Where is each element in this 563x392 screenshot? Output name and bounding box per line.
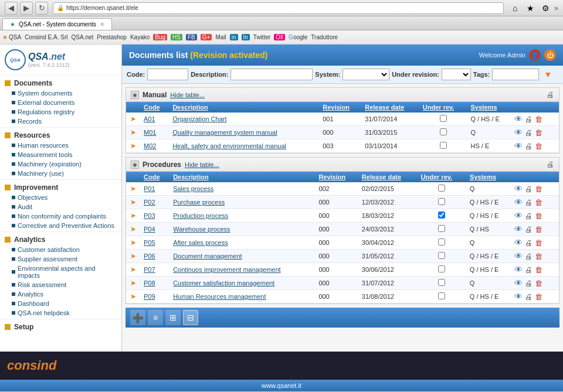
address-bar[interactable]: 🔒 https://demoen.qsanet.it/ele [53, 2, 504, 14]
sidebar-item-machinery-use[interactable]: Machinery (use) [0, 169, 121, 178]
print-row-icon[interactable]: 🖨 [525, 185, 533, 193]
delete-icon[interactable]: 🗑 [535, 252, 542, 261]
col-release-date[interactable]: Release date [361, 102, 419, 113]
under-rev-cell[interactable] [419, 113, 467, 126]
bookmark-oil[interactable]: OIl [274, 34, 285, 40]
under-rev-checkbox[interactable] [438, 225, 445, 232]
active-tab[interactable]: ★ QSA.net - System documents ✕ [2, 18, 112, 30]
home-button[interactable]: ⌂ [508, 2, 521, 15]
sidebar-section-header-improvement[interactable]: Improvement [0, 181, 121, 193]
under-rev-checkbox[interactable] [438, 238, 445, 246]
under-rev-cell[interactable] [418, 196, 466, 209]
code-cell[interactable]: M02 [140, 139, 169, 153]
sidebar-item-risk-assessment[interactable]: Risk assessment [0, 280, 121, 289]
sidebar-item-machinery-expiration[interactable]: Machinery (expiration) [0, 159, 121, 169]
print-row-icon[interactable]: 🖨 [525, 265, 533, 274]
col-description[interactable]: Description [169, 102, 319, 113]
under-rev-cell[interactable] [419, 139, 467, 153]
col-code[interactable]: Code [140, 102, 169, 113]
under-rev-cell[interactable] [418, 290, 466, 304]
under-rev-checkbox[interactable] [440, 142, 447, 149]
description-cell[interactable]: Organization Chart [169, 113, 319, 126]
print-row-icon[interactable]: 🖨 [525, 238, 533, 247]
print-row-icon[interactable]: 🖨 [525, 225, 533, 234]
description-cell[interactable]: Healt, safety and environmental manual [169, 139, 319, 153]
code-cell[interactable]: P05 [140, 236, 169, 250]
bookmark-mail[interactable]: Mail [215, 34, 226, 40]
more-icon[interactable]: » [554, 4, 558, 12]
sidebar-item-supplier-assessment[interactable]: Supplier assessment [0, 254, 121, 264]
under-rev-checkbox[interactable] [440, 115, 447, 122]
power-icon[interactable]: ⏻ [544, 49, 556, 61]
description-cell[interactable]: Document management [169, 250, 315, 263]
col-under-rev[interactable]: Under rev. [419, 102, 467, 113]
sidebar-section-header-analytics[interactable]: Analytics [0, 233, 121, 245]
code-input[interactable] [147, 69, 188, 80]
under-rev-checkbox[interactable] [438, 198, 445, 205]
user-icon[interactable]: 👤 [529, 49, 541, 61]
bookmark-hs[interactable]: HS [171, 34, 182, 40]
print-row-icon[interactable]: 🖨 [525, 198, 533, 207]
under-rev-checkbox[interactable] [438, 265, 445, 272]
sidebar-section-header-documents[interactable]: Documents [0, 77, 121, 88]
sidebar-item-environmental[interactable]: Environmental aspects and impacts [0, 264, 121, 280]
under-rev-cell[interactable] [418, 250, 466, 263]
bookmark-gplus[interactable]: G+ [201, 34, 212, 40]
description-cell[interactable]: Purchase process [169, 196, 315, 209]
sidebar-item-analytics[interactable]: Analytics [0, 289, 121, 299]
proc-col-code[interactable]: Code [140, 172, 169, 182]
sidebar-item-non-conformity[interactable]: Non conformity and complaints [0, 212, 121, 221]
bookmark-bug[interactable]: Bug [153, 34, 167, 40]
proc-col-description[interactable]: Description [169, 172, 315, 182]
sidebar-section-header-setup[interactable]: Setup [0, 321, 121, 332]
procedures-print-icon[interactable]: 🖨 [547, 160, 554, 169]
sidebar-item-human-resources[interactable]: Human resources [0, 141, 121, 150]
description-cell[interactable]: Production process [169, 209, 315, 223]
view-icon[interactable]: 👁 [514, 211, 523, 220]
view-icon[interactable]: 👁 [514, 265, 523, 274]
code-cell[interactable]: P07 [140, 263, 169, 277]
delete-icon[interactable]: 🗑 [535, 292, 542, 301]
add-button[interactable]: ➕ [130, 310, 145, 325]
view-icon[interactable]: 👁 [514, 292, 523, 301]
delete-icon[interactable]: 🗑 [535, 212, 542, 220]
print-row-icon[interactable]: 🖨 [525, 212, 533, 220]
bookmark-traduttore[interactable]: Traduttore [311, 34, 338, 40]
description-cell[interactable]: After sales process [169, 236, 315, 250]
col-systems[interactable]: Systems [467, 102, 512, 113]
bookmark-ln[interactable]: In [242, 34, 250, 40]
sidebar-item-objectives[interactable]: Objectives [0, 193, 121, 202]
under-rev-checkbox[interactable] [438, 252, 445, 259]
bookmark-qsanet[interactable]: QSA.net [72, 34, 94, 40]
code-cell[interactable]: A01 [140, 113, 169, 126]
forward-button[interactable]: ▶ [20, 2, 33, 15]
under-rev-checkbox[interactable] [440, 128, 447, 135]
view-icon[interactable]: 👁 [514, 224, 523, 234]
table-view-button[interactable]: ⊟ [183, 310, 198, 325]
bookmark-fb[interactable]: FB [186, 34, 197, 40]
code-cell[interactable]: P01 [140, 182, 169, 196]
code-cell[interactable]: P02 [140, 196, 169, 209]
under-revision-select[interactable]: Yes No [442, 69, 471, 80]
bookmark-prestashop[interactable]: Prestashop [97, 34, 127, 40]
code-cell[interactable]: P04 [140, 223, 169, 236]
code-cell[interactable]: M01 [140, 126, 169, 139]
back-button[interactable]: ◀ [5, 2, 18, 15]
star-button[interactable]: ★ [524, 2, 537, 15]
sidebar-item-qsanet-helpdesk[interactable]: QSA.net helpdesk [0, 308, 121, 318]
sidebar-item-customer-satisfaction[interactable]: Customer satisfaction [0, 245, 121, 254]
under-rev-checkbox[interactable] [438, 212, 445, 219]
sidebar-item-regulations-registry[interactable]: Regulations registry [0, 107, 121, 117]
delete-icon[interactable]: 🗑 [535, 128, 542, 137]
print-icon[interactable]: 🖨 [547, 90, 554, 99]
delete-icon[interactable]: 🗑 [535, 265, 542, 274]
print-row-icon[interactable]: 🖨 [525, 115, 533, 124]
view-icon[interactable]: 👁 [514, 141, 523, 151]
under-rev-cell[interactable] [419, 126, 467, 139]
description-cell[interactable]: Human Resources management [169, 290, 315, 304]
code-cell[interactable]: P09 [140, 290, 169, 304]
sidebar-item-records[interactable]: Records [0, 117, 121, 126]
under-rev-checkbox[interactable] [438, 185, 445, 192]
view-icon[interactable]: 👁 [514, 238, 523, 247]
delete-icon[interactable]: 🗑 [535, 115, 542, 124]
